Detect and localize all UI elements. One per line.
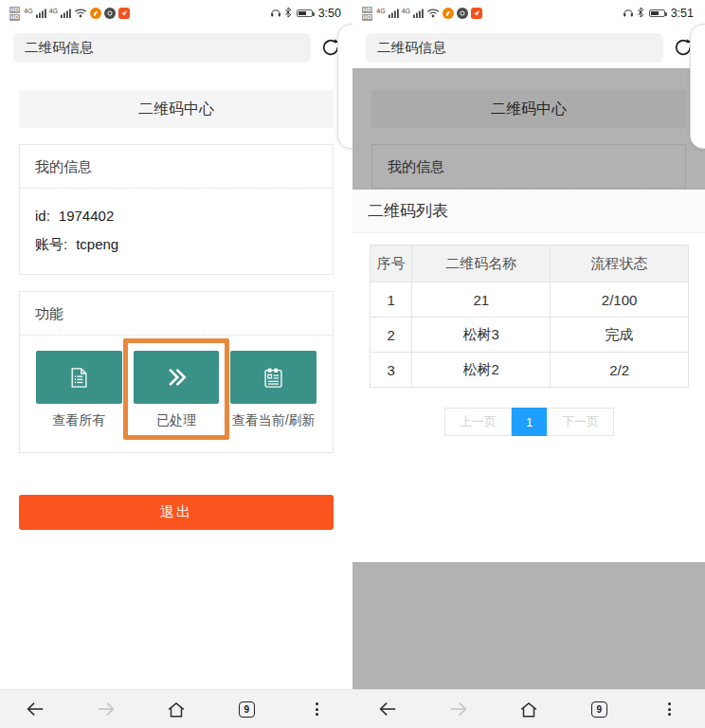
page-title-text: 二维码信息: [25, 39, 94, 57]
page-header-banner: 二维码中心: [19, 90, 334, 128]
exit-button-label: 退出: [160, 503, 192, 521]
processed-label: 已处理: [156, 411, 196, 429]
view-all-tile[interactable]: [36, 351, 122, 404]
side-panel-edge-card: [337, 24, 352, 149]
phone-screenshot-left: HD HD 4G 4G 3:50 二维码信息: [0, 0, 352, 728]
next-page-button[interactable]: 下一页: [547, 408, 614, 436]
tabs-button[interactable]: 9: [226, 690, 267, 728]
table-row[interactable]: 1 21 2/100: [371, 282, 689, 318]
qr-table-container: 序号 二维码名称 流程状态 1 21 2/100 2 松: [352, 233, 705, 436]
home-button[interactable]: [508, 690, 550, 728]
account-value: tcpeng: [76, 230, 118, 259]
overflow-menu-icon: [316, 702, 318, 716]
back-button[interactable]: [14, 690, 56, 728]
status-left-cluster: HD HD 4G 4G: [9, 5, 130, 22]
cell-name: 松树3: [412, 318, 551, 353]
network-type-label: 4G: [49, 8, 58, 14]
status-right-cluster: 3:51: [623, 5, 694, 22]
processed-button[interactable]: 已处理: [134, 351, 220, 429]
table-row[interactable]: 2 松树3 完成: [371, 318, 689, 353]
web-page-content: 二维码中心 我的信息 id: 1974402 账号: tcpeng 功能: [0, 68, 352, 689]
qr-table: 序号 二维码名称 流程状态 1 21 2/100 2 松: [370, 245, 689, 388]
qr-list-sheet: 二维码列表 序号 二维码名称 流程状态 1 21: [352, 190, 705, 562]
wifi-icon: [74, 5, 87, 22]
cell-status: 2/2: [551, 353, 689, 388]
browser-url-bar: 二维码信息: [352, 27, 705, 68]
qr-table-header-row: 序号 二维码名称 流程状态: [371, 246, 689, 282]
view-current-tile[interactable]: [230, 351, 316, 404]
account-line: 账号: tcpeng: [35, 230, 317, 259]
tab-count-badge: 9: [591, 701, 607, 718]
id-value: 1974402: [59, 202, 114, 230]
hd-volte-icon: HD HD: [9, 7, 20, 21]
clock-text: 3:50: [318, 7, 341, 20]
my-info-card: 我的信息 id: 1974402 账号: tcpeng: [19, 144, 334, 275]
view-current-label: 查看当前/刷新: [232, 411, 316, 429]
headset-icon: [623, 5, 634, 22]
view-current-refresh-button[interactable]: 查看当前/刷新: [230, 351, 316, 429]
address-bar[interactable]: 二维码信息: [366, 33, 663, 63]
signal-icon: [389, 9, 399, 18]
col-header-name: 二维码名称: [412, 246, 551, 282]
back-button[interactable]: [367, 690, 408, 728]
prev-page-button[interactable]: 上一页: [444, 408, 512, 436]
cell-index: 1: [371, 282, 412, 318]
center-title: 二维码中心: [138, 100, 214, 119]
current-page-button[interactable]: 1: [512, 408, 547, 436]
cell-status: 2/100: [551, 282, 689, 318]
account-label: 账号:: [35, 230, 67, 259]
side-panel-edge-card: [690, 24, 705, 149]
signal-icon: [413, 9, 424, 18]
info-card-body: id: 1974402 账号: tcpeng: [20, 189, 333, 274]
tabs-button[interactable]: 9: [578, 690, 620, 728]
double-chevron-icon: [162, 363, 190, 391]
battery-icon: [649, 9, 665, 17]
id-label: id:: [35, 202, 50, 230]
status-right-cluster: 3:50: [270, 5, 341, 22]
home-button[interactable]: [155, 690, 197, 728]
address-bar[interactable]: 二维码信息: [13, 33, 311, 63]
messenger-app-icon: [118, 8, 130, 19]
bluetooth-icon: [284, 5, 292, 22]
browser-nav-bar: 9: [352, 689, 705, 728]
cell-index: 2: [371, 318, 412, 353]
tab-count-badge: 9: [239, 701, 255, 718]
network-type-label: 4G: [402, 8, 410, 14]
col-header-index: 序号: [371, 246, 412, 282]
forward-button[interactable]: [85, 690, 127, 728]
network-type-label: 4G: [376, 8, 385, 14]
processed-tile[interactable]: [134, 351, 220, 404]
col-header-status: 流程状态: [551, 246, 689, 282]
phone-screenshot-right: HD HD 4G 4G 3:51 二维码信息: [352, 0, 705, 728]
menu-button[interactable]: [649, 690, 691, 728]
qr-list-title-text: 二维码列表: [368, 200, 448, 222]
camera-app-icon: [457, 8, 468, 19]
two-screenshot-canvas: HD HD 4G 4G 3:50 二维码信息: [0, 0, 705, 728]
table-row[interactable]: 3 松树2 2/2: [371, 353, 689, 388]
cell-name: 松树2: [412, 353, 551, 388]
info-card-title: 我的信息: [20, 145, 333, 189]
hd-volte-icon: HD HD: [362, 7, 372, 21]
browser-nav-bar: 9: [0, 689, 352, 728]
functions-card: 功能 查看所有 已处理: [19, 291, 334, 453]
status-bar: HD HD 4G 4G 3:51: [352, 0, 705, 27]
menu-button[interactable]: [297, 690, 338, 728]
wifi-icon: [426, 5, 440, 22]
document-list-icon: [66, 365, 92, 391]
messenger-app-icon: [471, 8, 482, 19]
signal-icon: [36, 9, 46, 18]
view-all-label: 查看所有: [52, 411, 105, 429]
cell-index: 3: [371, 353, 412, 388]
network-type-label: 4G: [24, 8, 32, 14]
qr-list-title: 二维码列表: [352, 190, 705, 233]
cell-name: 21: [412, 282, 551, 318]
signal-icon: [61, 9, 71, 18]
forward-button[interactable]: [438, 690, 479, 728]
exit-button[interactable]: 退出: [19, 495, 334, 530]
overflow-menu-icon: [668, 702, 671, 716]
browser-app-icon: [90, 8, 101, 19]
functions-button-row: 查看所有 已处理 查看当前/刷新: [20, 336, 333, 452]
clipboard-icon: [261, 365, 286, 391]
view-all-button[interactable]: 查看所有: [36, 351, 122, 429]
page-title-text: 二维码信息: [377, 39, 446, 57]
